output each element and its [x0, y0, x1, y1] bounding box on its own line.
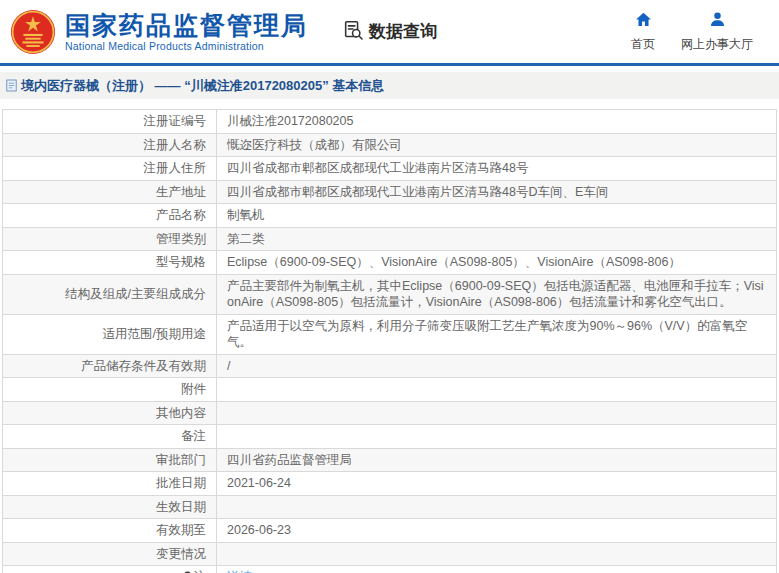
- data-query-tab[interactable]: 数据查询: [342, 19, 437, 45]
- table-row: 产品名称制氧机: [3, 204, 777, 228]
- nav-online-hall-label: 网上办事大厅: [681, 36, 753, 53]
- row-label: 附件: [3, 378, 217, 402]
- row-value: [217, 425, 777, 449]
- row-value: 2021-06-24: [217, 472, 777, 496]
- table-row: 备注: [3, 425, 777, 449]
- row-label: 型号规格: [3, 251, 217, 275]
- document-icon: [6, 79, 17, 92]
- row-value: 详情: [217, 566, 777, 573]
- table-row: 结构及组成/主要组成成分产品主要部件为制氧主机，其中Eclipse（6900-0…: [3, 274, 777, 314]
- row-value: 产品主要部件为制氧主机，其中Eclipse（6900-09-SEQ）包括电源适配…: [217, 274, 777, 314]
- row-label: 审批部门: [3, 448, 217, 472]
- table-row: 产品储存条件及有效期/: [3, 354, 777, 378]
- page: 国家药品监督管理局 National Medical Products Admi…: [0, 0, 779, 573]
- row-label: 注册人名称: [3, 133, 217, 157]
- row-label: 其他内容: [3, 401, 217, 425]
- row-value: 四川省成都市郫都区成都现代工业港南片区清马路48号: [217, 157, 777, 181]
- row-label: 变更情况: [3, 542, 217, 566]
- nav-home-label: 首页: [631, 36, 655, 53]
- page-title: 境内医疗器械（注册） —— “川械注准20172080205” 基本信息: [21, 77, 384, 95]
- row-label: 适用范围/预期用途: [3, 314, 217, 354]
- row-label: 注: [3, 566, 217, 573]
- row-value: 川械注准20172080205: [217, 110, 777, 134]
- org-title: 国家药品监督管理局: [65, 12, 308, 39]
- person-icon: [709, 11, 726, 32]
- table-row: 有效期至2026-06-23: [3, 519, 777, 543]
- table-row: 适用范围/预期用途产品适用于以空气为原料，利用分子筛变压吸附工艺生产氧浓度为90…: [3, 314, 777, 354]
- nav-home[interactable]: 首页: [631, 11, 655, 53]
- home-icon: [635, 11, 652, 32]
- page-title-bar: 境内医疗器械（注册） —— “川械注准20172080205” 基本信息: [0, 72, 779, 99]
- document-search-icon: [342, 19, 364, 45]
- row-value: 产品适用于以空气为原料，利用分子筛变压吸附工艺生产氧浓度为90%～96%（V/V…: [217, 314, 777, 354]
- table-row: 注册人住所四川省成都市郫都区成都现代工业港南片区清马路48号: [3, 157, 777, 181]
- top-navigation: 首页 网上办事大厅: [631, 11, 767, 53]
- data-query-label: 数据查询: [369, 20, 437, 43]
- row-label: 批准日期: [3, 472, 217, 496]
- site-header: 国家药品监督管理局 National Medical Products Admi…: [0, 0, 779, 63]
- table-row: 注册人名称慨迩医疗科技（成都）有限公司: [3, 133, 777, 157]
- row-value: [217, 495, 777, 519]
- nav-online-hall[interactable]: 网上办事大厅: [681, 11, 753, 53]
- row-value: 制氧机: [217, 204, 777, 228]
- table-row: 附件: [3, 378, 777, 402]
- org-subtitle: National Medical Products Administration: [65, 40, 308, 52]
- row-label: 注册人住所: [3, 157, 217, 181]
- row-label: 产品储存条件及有效期: [3, 354, 217, 378]
- row-value: /: [217, 354, 777, 378]
- table-row: 注详情: [3, 566, 777, 573]
- row-value: 2026-06-23: [217, 519, 777, 543]
- row-value: [217, 378, 777, 402]
- row-label: 生产地址: [3, 180, 217, 204]
- table-row: 变更情况: [3, 542, 777, 566]
- national-emblem-icon: [10, 9, 56, 55]
- site-logo: 国家药品监督管理局 National Medical Products Admi…: [10, 9, 308, 55]
- row-value: [217, 401, 777, 425]
- table-row: 管理类别第二类: [3, 227, 777, 251]
- table-row: 生效日期: [3, 495, 777, 519]
- row-label: 结构及组成/主要组成成分: [3, 274, 217, 314]
- row-value: 四川省成都市郫都区成都现代工业港南片区清马路48号D车间、E车间: [217, 180, 777, 204]
- row-value: 第二类: [217, 227, 777, 251]
- row-label: 产品名称: [3, 204, 217, 228]
- row-value: 慨迩医疗科技（成都）有限公司: [217, 133, 777, 157]
- registration-info-table: 注册证编号川械注准20172080205注册人名称慨迩医疗科技（成都）有限公司注…: [2, 109, 777, 573]
- row-label: 有效期至: [3, 519, 217, 543]
- table-row: 其他内容: [3, 401, 777, 425]
- table-row: 批准日期2021-06-24: [3, 472, 777, 496]
- row-label: 注册证编号: [3, 110, 217, 134]
- table-row: 生产地址四川省成都市郫都区成都现代工业港南片区清马路48号D车间、E车间: [3, 180, 777, 204]
- row-label: 生效日期: [3, 495, 217, 519]
- row-label: 备注: [3, 425, 217, 449]
- table-row: 注册证编号川械注准20172080205: [3, 110, 777, 134]
- table-row: 型号规格Eclipse（6900-09-SEQ）、VisionAire（AS09…: [3, 251, 777, 275]
- row-value: [217, 542, 777, 566]
- row-value: 四川省药品监督管理局: [217, 448, 777, 472]
- org-text: 国家药品监督管理局 National Medical Products Admi…: [65, 12, 308, 52]
- row-value: Eclipse（6900-09-SEQ）、VisionAire（AS098-80…: [217, 251, 777, 275]
- table-row: 审批部门四川省药品监督管理局: [3, 448, 777, 472]
- info-table-body: 注册证编号川械注准20172080205注册人名称慨迩医疗科技（成都）有限公司注…: [3, 110, 777, 573]
- row-label: 管理类别: [3, 227, 217, 251]
